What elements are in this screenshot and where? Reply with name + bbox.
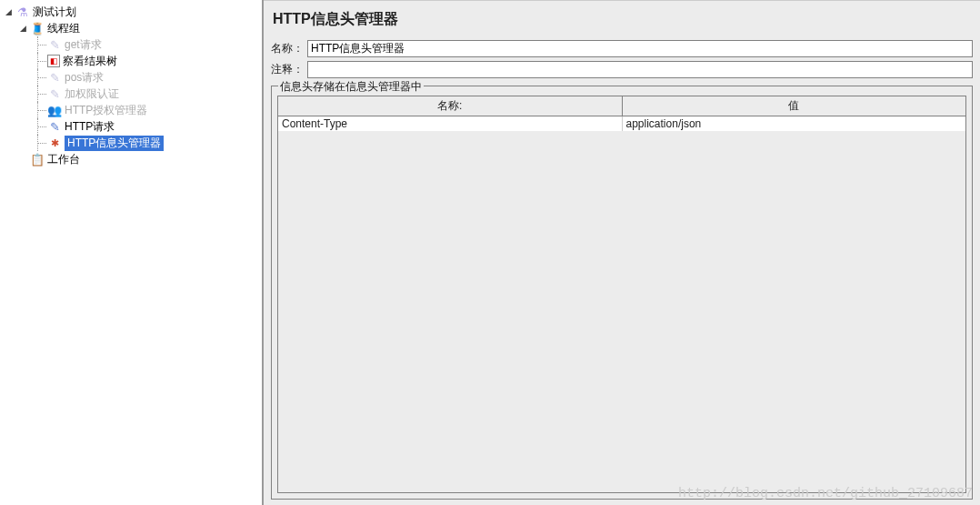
col-value[interactable]: 值 [622, 96, 965, 116]
tree-connector-icon [33, 86, 47, 102]
name-label: 名称： [271, 41, 307, 56]
tree-connector-icon [33, 53, 47, 69]
flask-icon: ⚗ [15, 5, 30, 19]
results-tree-icon: ◧ [47, 55, 60, 67]
tree-connector-icon [33, 36, 47, 53]
tree-connector-icon [33, 135, 47, 151]
tree-thread-group[interactable]: ◢ 🧵 线程组 [0, 20, 262, 36]
main-panel: HTTP信息头管理器 名称： 注释： 信息头存储在信息头管理器中 名称: 值 C… [264, 0, 980, 505]
cell-name[interactable]: Content-Type [278, 116, 622, 132]
tree-label: 测试计划 [33, 5, 76, 20]
panel-title: HTTP信息头管理器 [264, 1, 980, 38]
name-input[interactable] [307, 40, 973, 57]
eyedropper-icon: ✎ [47, 86, 62, 101]
comment-label: 注释： [271, 62, 307, 77]
tree-label: HTTP请求 [65, 119, 115, 135]
tree-label: HTTP信息头管理器 [65, 136, 164, 151]
group-legend: 信息头存储在信息头管理器中 [278, 79, 424, 95]
thread-group-icon: 🧵 [30, 21, 45, 35]
auth-manager-icon: 👥 [47, 103, 62, 117]
tree-label: get请求 [65, 37, 102, 53]
tree-item-view-results-tree[interactable]: ◧ 察看结果树 [0, 53, 262, 69]
tree-item-http-request[interactable]: ✎ HTTP请求 [0, 118, 262, 135]
eyedropper-icon: ✎ [47, 37, 62, 52]
collapse-toggle-icon[interactable]: ◢ [18, 24, 28, 34]
comment-input[interactable] [307, 61, 973, 78]
tree-connector-icon [33, 102, 47, 118]
tree-connector-icon [33, 69, 47, 86]
tree-label: 察看结果树 [63, 54, 117, 69]
header-manager-icon: ✱ [47, 136, 62, 150]
tree-item-http-header-manager[interactable]: ✱ HTTP信息头管理器 [0, 135, 262, 151]
tree-panel[interactable]: ◢ ⚗ 测试计划 ◢ 🧵 线程组 ✎ get请求 ◧ 察看结果树 ✎ pos请求… [0, 0, 264, 505]
tree-label: HTTP授权管理器 [65, 103, 147, 118]
tree-label: pos请求 [65, 70, 104, 86]
table-header-row: 名称: 值 [278, 96, 965, 116]
tree-item-auth[interactable]: ✎ 加权限认证 [0, 86, 262, 102]
name-row: 名称： [264, 38, 980, 59]
tree-label: 工作台 [47, 152, 80, 167]
comment-row: 注释： [264, 59, 980, 80]
clipboard-icon: 📋 [30, 152, 45, 167]
headers-group: 信息头存储在信息头管理器中 名称: 值 Content-Type applica… [271, 86, 973, 500]
tree-label: 加权限认证 [65, 86, 119, 102]
eyedropper-icon: ✎ [47, 70, 62, 85]
tree-item-http-auth-manager[interactable]: 👥 HTTP授权管理器 [0, 102, 262, 118]
tree-item-pos-request[interactable]: ✎ pos请求 [0, 69, 262, 86]
cell-value[interactable]: application/json [622, 116, 965, 132]
tree-connector-icon [33, 118, 47, 135]
tree-item-get-request[interactable]: ✎ get请求 [0, 36, 262, 53]
eyedropper-icon: ✎ [47, 119, 62, 134]
tree-workbench[interactable]: 📋 工作台 [0, 151, 262, 167]
tree-root-test-plan[interactable]: ◢ ⚗ 测试计划 [0, 4, 262, 20]
collapse-toggle-icon[interactable]: ◢ [4, 7, 14, 17]
table-row[interactable]: Content-Type application/json [278, 116, 965, 132]
col-name[interactable]: 名称: [278, 96, 622, 116]
headers-table[interactable]: 名称: 值 Content-Type application/json [277, 96, 966, 493]
table-empty-area[interactable] [278, 131, 965, 492]
tree-label: 线程组 [47, 21, 80, 36]
